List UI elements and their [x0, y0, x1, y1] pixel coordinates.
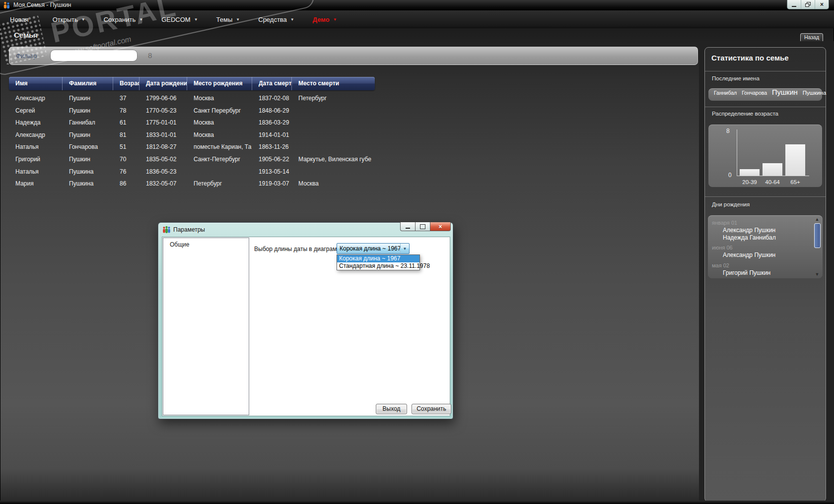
menu-item-label: Открыть — [53, 16, 78, 23]
scroll-down-icon[interactable]: ▼ — [813, 272, 821, 277]
table-cell: 86 — [113, 178, 139, 190]
combobox-arrow-icon: ▼ — [400, 244, 409, 253]
table-row[interactable]: НадеждаГаннибал611775-01-01Москва1836-03… — [9, 117, 375, 129]
menu-item-средства[interactable]: Средства▼ — [254, 14, 298, 25]
menu-item-открыть[interactable]: Открыть▼ — [49, 14, 89, 25]
filter-input[interactable] — [50, 50, 138, 62]
scroll-up-icon[interactable]: ▲ — [813, 217, 821, 222]
window-title: Моя.Семья - Пушкин — [13, 1, 71, 8]
table-cell — [292, 129, 375, 141]
menu-item-темы[interactable]: Темы▼ — [212, 14, 244, 25]
table-cell: 1913-05-14 — [252, 166, 292, 178]
birthdays-list: января 01Александр ПушкинНадежда Ганниба… — [708, 216, 811, 276]
menu-item-gedcom[interactable]: GEDCOM▼ — [157, 14, 202, 25]
table-cell: 1833-01-01 — [139, 129, 187, 141]
header-cell[interactable]: Место рождения — [187, 77, 252, 90]
dropdown-option[interactable]: Корокая длина ~ 1967 — [337, 255, 419, 262]
last-names-label: Последние имена — [712, 75, 760, 81]
chart-bar — [740, 169, 760, 176]
dialog-minimize-button[interactable] — [400, 222, 415, 231]
maximize-icon — [420, 224, 425, 229]
window-titlebar: Моя.Семья - Пушкин × — [0, 0, 834, 10]
table-row[interactable]: МарияПушкина861832-05-07Петербург1919-03… — [9, 178, 375, 190]
caret-down-icon: ▼ — [333, 17, 337, 22]
restore-button[interactable] — [801, 0, 815, 9]
table-cell: 1836-03-29 — [252, 117, 292, 129]
table-cell: Москва — [187, 117, 252, 129]
menu-item-label: GEDCOM — [161, 16, 191, 23]
table-cell: 1905-06-22 — [252, 153, 292, 166]
table-cell: Петербург — [292, 92, 375, 105]
table-cell: Сергей — [9, 105, 63, 117]
y-axis — [737, 129, 737, 176]
menu-item-label: Демо — [313, 16, 330, 23]
dialog-nav-list: Общие — [163, 238, 249, 415]
header-cell[interactable]: Дата смерти — [252, 77, 292, 90]
header-cell[interactable]: Место смерти — [292, 77, 375, 90]
table-row[interactable]: АлександрПушкин371799-06-06Москва1837-02… — [9, 92, 375, 105]
menu-item-label: Новая — [10, 16, 29, 23]
table-cell: Наталья — [9, 166, 63, 178]
date-format-combobox[interactable]: Корокая длина ~ 1967 ▼ — [337, 243, 410, 254]
table-row[interactable]: НатальяГончарова511812-08-27поместье Кар… — [9, 141, 375, 153]
table-cell: 1919-03-07 — [252, 178, 292, 190]
table-cell: 1775-01-01 — [139, 117, 187, 129]
chart-bar — [763, 163, 782, 176]
dialog-close-button[interactable]: × — [430, 222, 451, 231]
window-bottom-edge — [0, 501, 834, 504]
table-cell: Пушкин — [63, 129, 113, 141]
menu-item-сохранить[interactable]: Сохранить▼ — [100, 14, 147, 25]
exit-button[interactable]: Выход — [376, 404, 407, 414]
caret-down-icon: ▼ — [81, 17, 85, 22]
table-cell: 37 — [113, 92, 139, 105]
table-cell: поместье Кариан, Та — [187, 141, 252, 153]
dialog-controls: × — [400, 222, 451, 231]
table-row[interactable]: НатальяПушкина761836-05-231913-05-14 — [9, 166, 375, 178]
divider — [705, 71, 826, 71]
table-row[interactable]: СергейПушкин781770-05-23Санкт Перербург1… — [9, 105, 375, 117]
table-cell: 1914-01-01 — [252, 129, 292, 141]
family-table: ИмяФамилияВозрастДата рожденияМесто рожд… — [9, 77, 375, 190]
header-cell[interactable]: Дата рождения — [139, 77, 187, 90]
birthday-group-date: января 01 — [712, 220, 811, 226]
table-row[interactable]: АлександрПушкин811833-01-01Москва1914-01… — [9, 129, 375, 141]
table-cell: 61 — [113, 117, 139, 129]
app-icon — [3, 1, 10, 9]
dropdown-option[interactable]: Стандартная длина ~ 23.11.1978 — [337, 262, 419, 270]
chart-bar — [785, 144, 805, 176]
table-cell: Александр — [9, 92, 63, 105]
table-cell: 81 — [113, 129, 139, 141]
table-cell: Москва — [187, 92, 252, 105]
menu-item-демо[interactable]: Демо▼ — [309, 14, 341, 25]
record-count: 8 — [148, 51, 152, 60]
header-cell[interactable]: Фамилия — [63, 77, 113, 90]
table-cell — [292, 141, 375, 153]
table-cell: Ганнибал — [63, 117, 113, 129]
minimize-icon — [792, 6, 796, 7]
save-button[interactable]: Сохранить — [412, 404, 451, 414]
table-cell: Григорий — [9, 153, 63, 166]
restore-icon — [805, 2, 811, 7]
birthdays-box: января 01Александр ПушкинНадежда Ганниба… — [708, 215, 823, 278]
table-cell: 1832-05-07 — [139, 178, 187, 190]
nav-item-общие[interactable]: Общие — [163, 238, 249, 248]
y-tick-min: 0 — [728, 172, 732, 179]
table-cell: 1799-06-06 — [139, 92, 187, 105]
minimize-button[interactable] — [787, 0, 801, 9]
table-cell: 1837-02-08 — [252, 92, 292, 105]
menu-item-новая[interactable]: Новая — [6, 14, 33, 25]
filter-label: Фильтр — [16, 53, 37, 60]
scroll-thumb[interactable] — [814, 223, 821, 248]
name-tag: Пушкина — [803, 90, 826, 96]
divider — [705, 107, 826, 107]
name-tag: Пушкин — [772, 88, 798, 96]
table-cell — [187, 166, 252, 178]
header-cell[interactable]: Возраст — [113, 77, 139, 90]
field-label: Выбор длины даты в диаграмме — [254, 246, 344, 252]
header-cell[interactable]: Имя — [9, 77, 63, 90]
close-button[interactable]: × — [815, 0, 829, 9]
table-row[interactable]: ГригорийПушкин701835-05-02Санкт-Петербур… — [9, 153, 375, 166]
dialog-maximize-button[interactable] — [415, 222, 430, 231]
table-cell: Надежда — [9, 117, 63, 129]
chart-x-labels: 20-3940-6465+ — [740, 179, 805, 185]
